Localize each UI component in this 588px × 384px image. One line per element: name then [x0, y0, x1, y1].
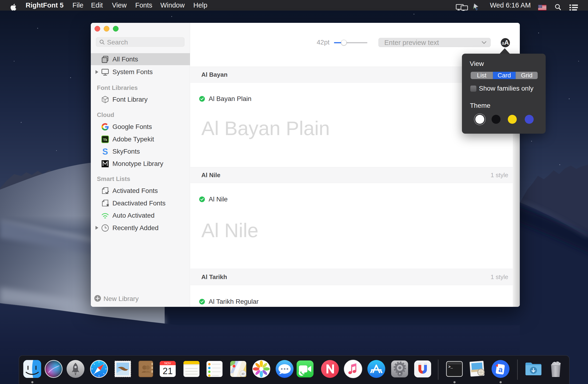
svg-text:NOV: NOV — [164, 362, 171, 365]
svg-text:>_: >_ — [448, 365, 453, 369]
svg-text:3D: 3D — [242, 373, 245, 375]
svg-text:21: 21 — [163, 366, 173, 376]
svg-text:Tk: Tk — [103, 138, 107, 142]
svg-text:S: S — [102, 148, 108, 155]
